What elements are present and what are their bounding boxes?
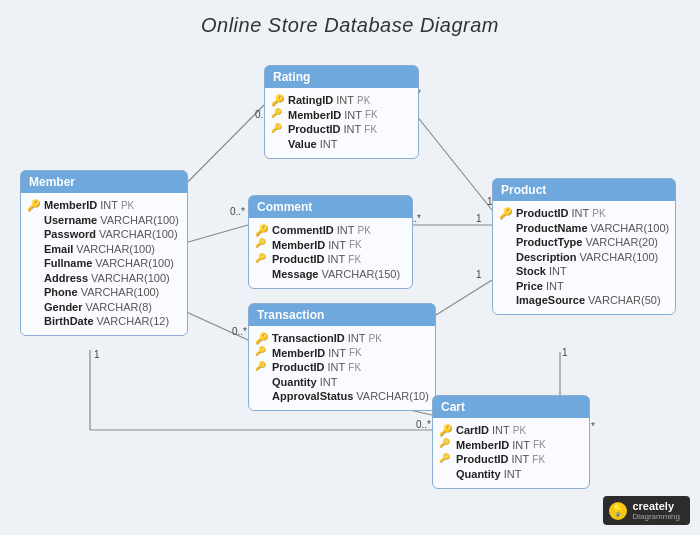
spacer-icon xyxy=(27,257,40,270)
spacer-icon xyxy=(499,221,512,234)
fk-icon: 🔑 xyxy=(255,238,268,251)
canvas: Online Store Database Diagram 1 0..* 1 0… xyxy=(0,0,700,535)
diagram-title: Online Store Database Diagram xyxy=(0,0,700,37)
entity-transaction-header: Transaction xyxy=(249,304,435,326)
field-row: ValueINT xyxy=(271,137,412,150)
entity-transaction-body: 🔑TransactionIDINTPK 🔑MemberIDINTFK 🔑Prod… xyxy=(249,326,435,410)
spacer-icon xyxy=(27,242,40,255)
field-row: GenderVARCHAR(8) xyxy=(27,300,181,313)
svg-text:1: 1 xyxy=(94,349,100,360)
field-row: QuantityINT xyxy=(255,375,429,388)
entity-member-body: 🔑MemberIDINTPK UsernameVARCHAR(100) Pass… xyxy=(21,193,187,335)
field-row: 🔑ProductIDINTFK xyxy=(439,453,583,466)
field-row: ImageSourceVARCHAR(50) xyxy=(499,294,669,307)
spacer-icon xyxy=(499,294,512,307)
entity-comment-body: 🔑CommentIDINTPK 🔑MemberIDINTFK 🔑ProductI… xyxy=(249,218,412,288)
svg-text:0..*: 0..* xyxy=(232,326,247,337)
field-row: PasswordVARCHAR(100) xyxy=(27,228,181,241)
entity-member[interactable]: Member 🔑MemberIDINTPK UsernameVARCHAR(10… xyxy=(20,170,188,336)
creately-text: creately Diagramming xyxy=(632,500,680,521)
field-row: 🔑MemberIDINTFK xyxy=(255,346,429,359)
entity-product-body: 🔑ProductIDINTPK ProductNameVARCHAR(100) … xyxy=(493,201,675,314)
field-row: 🔑CartIDINTPK xyxy=(439,424,583,437)
entity-rating[interactable]: Rating 🔑RatingIDINTPK 🔑MemberIDINTFK 🔑Pr… xyxy=(264,65,419,159)
svg-text:1: 1 xyxy=(476,213,482,224)
fk-icon: 🔑 xyxy=(439,438,452,451)
field-row: MessageVARCHAR(150) xyxy=(255,267,406,280)
field-row: EmailVARCHAR(100) xyxy=(27,242,181,255)
svg-text:1: 1 xyxy=(476,269,482,280)
entity-cart-header: Cart xyxy=(433,396,589,418)
entity-member-header: Member xyxy=(21,171,187,193)
key-icon: 🔑 xyxy=(439,424,452,437)
key-icon: 🔑 xyxy=(271,94,284,107)
spacer-icon xyxy=(255,267,268,280)
spacer-icon xyxy=(27,213,40,226)
spacer-icon xyxy=(27,228,40,241)
spacer-icon xyxy=(27,315,40,328)
field-row: FullnameVARCHAR(100) xyxy=(27,257,181,270)
field-row: 🔑ProductIDINTFK xyxy=(271,123,412,136)
fk-icon: 🔑 xyxy=(271,123,284,136)
field-row: DescriptionVARCHAR(100) xyxy=(499,250,669,263)
field-row: QuantityINT xyxy=(439,467,583,480)
spacer-icon xyxy=(439,467,452,480)
entity-product-header: Product xyxy=(493,179,675,201)
field-row: 🔑MemberIDINTFK xyxy=(439,438,583,451)
entity-rating-header: Rating xyxy=(265,66,418,88)
field-row: 🔑RatingIDINTPK xyxy=(271,94,412,107)
fk-icon: 🔑 xyxy=(255,346,268,359)
field-row: UsernameVARCHAR(100) xyxy=(27,213,181,226)
spacer-icon xyxy=(27,286,40,299)
entity-transaction[interactable]: Transaction 🔑TransactionIDINTPK 🔑MemberI… xyxy=(248,303,436,411)
spacer-icon xyxy=(499,265,512,278)
key-icon: 🔑 xyxy=(27,199,40,212)
entity-cart-body: 🔑CartIDINTPK 🔑MemberIDINTFK 🔑ProductIDIN… xyxy=(433,418,589,488)
field-row: StockINT xyxy=(499,265,669,278)
field-row: 🔑MemberIDINTPK xyxy=(27,199,181,212)
field-row: PhoneVARCHAR(100) xyxy=(27,286,181,299)
svg-text:0..*: 0..* xyxy=(230,206,245,217)
field-row: 🔑ProductIDINTFK xyxy=(255,361,429,374)
field-row: 🔑TransactionIDINTPK xyxy=(255,332,429,345)
svg-text:0..*: 0..* xyxy=(416,419,431,430)
spacer-icon xyxy=(499,279,512,292)
field-row: 🔑MemberIDINTFK xyxy=(271,108,412,121)
key-icon: 🔑 xyxy=(499,207,512,220)
field-row: ProductNameVARCHAR(100) xyxy=(499,221,669,234)
key-icon: 🔑 xyxy=(255,332,268,345)
field-row: ApprovalStatusVARCHAR(10) xyxy=(255,390,429,403)
field-row: ProductTypeVARCHAR(20) xyxy=(499,236,669,249)
spacer-icon xyxy=(271,137,284,150)
fk-icon: 🔑 xyxy=(271,108,284,121)
entity-cart[interactable]: Cart 🔑CartIDINTPK 🔑MemberIDINTFK 🔑Produc… xyxy=(432,395,590,489)
entity-rating-body: 🔑RatingIDINTPK 🔑MemberIDINTFK 🔑ProductID… xyxy=(265,88,418,158)
entity-product[interactable]: Product 🔑ProductIDINTPK ProductNameVARCH… xyxy=(492,178,676,315)
spacer-icon xyxy=(499,236,512,249)
fk-icon: 🔑 xyxy=(439,453,452,466)
spacer-icon xyxy=(499,250,512,263)
entity-comment-header: Comment xyxy=(249,196,412,218)
field-row: 🔑ProductIDINTPK xyxy=(499,207,669,220)
field-row: 🔑MemberIDINTFK xyxy=(255,238,406,251)
entity-comment[interactable]: Comment 🔑CommentIDINTPK 🔑MemberIDINTFK 🔑… xyxy=(248,195,413,289)
fk-icon: 🔑 xyxy=(255,361,268,374)
spacer-icon xyxy=(27,300,40,313)
spacer-icon xyxy=(27,271,40,284)
spacer-icon xyxy=(255,390,268,403)
creately-bulb-icon: 💡 xyxy=(609,502,627,520)
creately-badge: 💡 creately Diagramming xyxy=(603,496,690,525)
field-row: PriceINT xyxy=(499,279,669,292)
spacer-icon xyxy=(255,375,268,388)
fk-icon: 🔑 xyxy=(255,253,268,266)
field-row: AddressVARCHAR(100) xyxy=(27,271,181,284)
key-icon: 🔑 xyxy=(255,224,268,237)
svg-text:1: 1 xyxy=(562,347,568,358)
field-row: 🔑ProductIDINTFK xyxy=(255,253,406,266)
field-row: BirthDateVARCHAR(12) xyxy=(27,315,181,328)
field-row: 🔑CommentIDINTPK xyxy=(255,224,406,237)
